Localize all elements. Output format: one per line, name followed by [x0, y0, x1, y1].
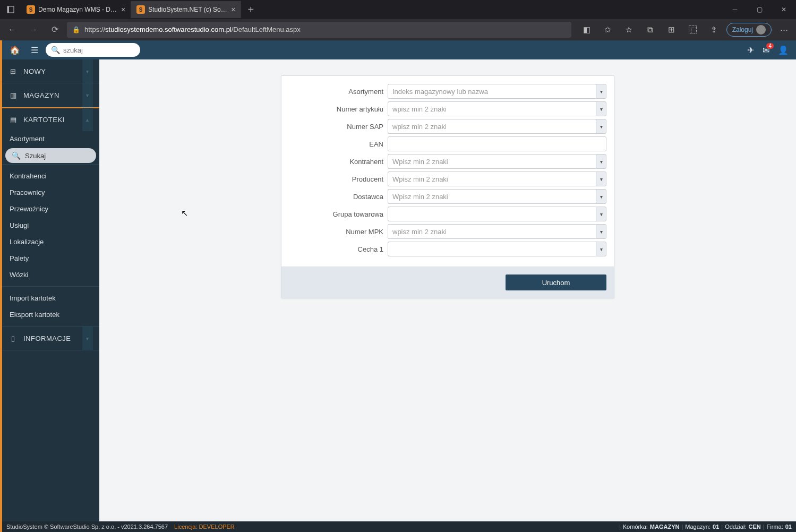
url-input[interactable]: 🔒 https://studiosystemdemo.softwarestudi…: [67, 22, 571, 38]
input-producent[interactable]: [388, 171, 596, 186]
dropdown-icon[interactable]: ▾: [596, 171, 606, 186]
avatar-icon: [756, 25, 766, 35]
close-icon[interactable]: ×: [121, 5, 125, 14]
favorite-icon[interactable]: ✩: [599, 22, 617, 38]
close-icon[interactable]: ×: [231, 5, 235, 14]
label-numer-artykulu: Numer artykułu: [289, 105, 388, 113]
menu-kartoteki[interactable]: ▤ KARTOTEKI ▴: [2, 107, 99, 131]
browser-addressbar: ← → ⟳ 🔒 https://studiosystemdemo.softwar…: [0, 19, 796, 40]
home-icon[interactable]: 🏠: [6, 45, 23, 55]
minimize-icon[interactable]: ─: [723, 0, 747, 19]
app-root: 🏠 ☰ 🔍 ✈ ✉4 👤 ⊞ NOWY ▾ ▥ MAGAZYN: [2, 40, 796, 532]
chevron-down-icon: ▾: [82, 59, 93, 83]
status-licence: Licencja: DEVELOPER: [174, 524, 235, 530]
collections-icon[interactable]: ⿸: [684, 22, 702, 38]
sidebar-item-asortyment[interactable]: Asortyment: [2, 131, 99, 147]
dropdown-icon[interactable]: ▾: [596, 101, 606, 116]
user-icon[interactable]: 👤: [775, 45, 792, 55]
more-icon[interactable]: ⋯: [775, 22, 793, 38]
search-card: Asortyment ▾ Numer artykułu ▾: [281, 75, 614, 298]
sidebar-item-wozki[interactable]: Wózki: [2, 267, 99, 283]
menu-informacje-label: INFORMACJE: [23, 334, 71, 342]
menu-informacje[interactable]: ▯ INFORMACJE ▾: [2, 327, 99, 350]
menu-kartoteki-label: KARTOTEKI: [23, 116, 65, 124]
label-numer-mpk: Numer MPK: [289, 228, 388, 236]
plane-icon[interactable]: ✈: [744, 45, 757, 55]
sidebar-item-palety[interactable]: Palety: [2, 250, 99, 267]
dropdown-icon[interactable]: ▾: [596, 242, 606, 256]
back-button[interactable]: ←: [3, 22, 21, 38]
input-grupa-towarowa[interactable]: [388, 207, 596, 221]
input-kontrahent[interactable]: [388, 154, 596, 169]
tab-title: Demo Magazyn WMS - Demo o: [38, 6, 118, 13]
browser-login-button[interactable]: Zaloguj: [726, 23, 772, 37]
label-cecha1: Cecha 1: [289, 245, 388, 253]
input-numer-artykulu[interactable]: [388, 101, 596, 116]
forward-button[interactable]: →: [24, 22, 42, 38]
sidebar-item-szukaj[interactable]: 🔍 Szukaj: [5, 148, 96, 163]
doc-icon: ▯: [8, 334, 18, 342]
search-icon: 🔍: [12, 151, 21, 160]
label-producent: Producent: [289, 175, 388, 183]
sidebar-item-label: Szukaj: [25, 152, 46, 160]
app-topbar: 🏠 ☰ 🔍 ✈ ✉4 👤: [2, 40, 796, 59]
menu-toggle-icon[interactable]: ☰: [28, 45, 41, 55]
reading-list-icon[interactable]: ⧉: [641, 22, 660, 38]
cursor-icon: ↖: [181, 208, 188, 218]
browser-titlebar: S Demo Magazyn WMS - Demo o × S StudioSy…: [0, 0, 796, 19]
menu-magazyn[interactable]: ▥ MAGAZYN ▾: [2, 83, 99, 107]
favorites-list-icon[interactable]: ✮: [620, 22, 638, 38]
input-numer-mpk[interactable]: [388, 224, 596, 239]
refresh-button[interactable]: ⟳: [46, 22, 64, 38]
input-asortyment[interactable]: [388, 84, 596, 99]
dropdown-icon[interactable]: ▾: [596, 224, 606, 239]
maximize-icon[interactable]: ▢: [747, 0, 772, 19]
global-search-input[interactable]: [63, 46, 135, 54]
run-button[interactable]: Uruchom: [506, 274, 606, 290]
extensions-icon[interactable]: ⊞: [663, 22, 681, 38]
new-tab-button[interactable]: +: [243, 4, 258, 16]
dropdown-icon[interactable]: ▾: [596, 154, 606, 169]
sidebar-item-pracownicy[interactable]: Pracownicy: [2, 184, 99, 201]
svg-rect-1: [7, 6, 9, 13]
window-controls: ─ ▢ ✕: [723, 0, 796, 19]
input-numer-sap[interactable]: [388, 119, 596, 134]
input-cecha1[interactable]: [388, 242, 596, 256]
browser-tab-0[interactable]: S Demo Magazyn WMS - Demo o ×: [21, 1, 131, 18]
close-window-icon[interactable]: ✕: [772, 0, 796, 19]
input-ean[interactable]: [388, 136, 606, 151]
browser-tab-1[interactable]: S StudioSystem.NET (c) SoftwareSt ×: [131, 1, 241, 18]
dropdown-icon[interactable]: ▾: [596, 207, 606, 221]
sidebar-item-uslugi[interactable]: Usługi: [2, 217, 99, 234]
status-left: StudioSystem © SoftwareStudio Sp. z o.o.…: [6, 524, 168, 530]
global-search[interactable]: 🔍: [46, 43, 140, 57]
sidebar: ⊞ NOWY ▾ ▥ MAGAZYN ▾ ▤ KARTOTEKI ▴ Asor: [2, 59, 99, 521]
tab-title: StudioSystem.NET (c) SoftwareSt: [148, 6, 228, 13]
sidebar-item-kontrahenci[interactable]: Kontrahenci: [2, 168, 99, 184]
sidebar-item-import[interactable]: Import kartotek: [2, 290, 99, 306]
menu-nowy[interactable]: ⊞ NOWY ▾: [2, 59, 99, 83]
window-menu-icon[interactable]: [0, 5, 21, 14]
label-grupa-towarowa: Grupa towarowa: [289, 210, 388, 218]
sidebar-item-eksport[interactable]: Eksport kartotek: [2, 306, 99, 323]
status-right: | Komórka: MAGAZYN | Magazyn: 01 | Oddzi…: [619, 524, 792, 530]
dropdown-icon[interactable]: ▾: [596, 119, 606, 134]
cards-icon: ▤: [8, 116, 18, 124]
sidebar-item-przewoznicy[interactable]: Przewoźnicy: [2, 201, 99, 217]
lock-icon: 🔒: [72, 26, 80, 33]
mail-icon[interactable]: ✉4: [763, 45, 769, 55]
dropdown-icon[interactable]: ▾: [596, 189, 606, 204]
sidebar-item-lokalizacje[interactable]: Lokalizacje: [2, 234, 99, 250]
menu-nowy-label: NOWY: [23, 67, 46, 75]
content-area: Asortyment ▾ Numer artykułu ▾: [99, 59, 796, 521]
favicon-icon: S: [136, 5, 145, 14]
warehouse-icon: ▥: [8, 91, 18, 99]
chevron-up-icon: ▴: [82, 108, 93, 131]
dropdown-icon[interactable]: ▾: [596, 84, 606, 99]
share-icon[interactable]: ⇪: [705, 22, 723, 38]
tracking-icon[interactable]: ◧: [578, 22, 596, 38]
label-kontrahent: Kontrahent: [289, 158, 388, 166]
favicon-icon: S: [27, 5, 35, 14]
input-dostawca[interactable]: [388, 189, 596, 204]
label-ean: EAN: [289, 140, 388, 148]
